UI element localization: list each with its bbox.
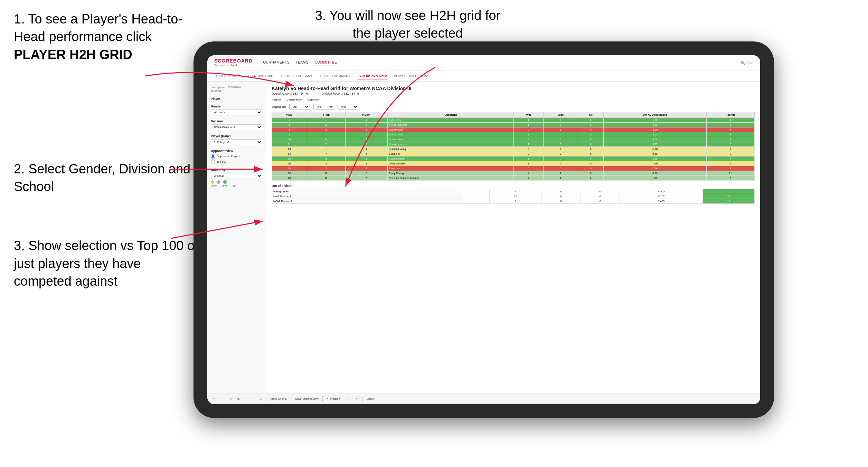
- player-section: Player: [211, 97, 262, 101]
- colour-section: Colour by Win/loss Down Level Up: [211, 168, 262, 187]
- legend-dot-down: [211, 180, 214, 184]
- filter-opponent-group: Opponent: [307, 98, 320, 101]
- filter-opponent-select[interactable]: (All): [338, 104, 358, 110]
- brand-title: SCOREBOARD: [214, 58, 253, 64]
- col-conf: # Conf: [345, 112, 387, 118]
- step1-text: 1. To see a Player's Head-to-Head perfor…: [14, 10, 200, 64]
- sidebar-timestamp: Last Updated: 27/03/2024 16:55:38: [211, 86, 262, 93]
- brand-subtitle: Powered by clippd: [214, 64, 253, 67]
- player-rank-label: Player (Rank): [211, 134, 262, 138]
- toolbar-grid[interactable]: ⊞: [236, 397, 242, 401]
- subnav-player-summary[interactable]: PLAYER SUMMARY: [320, 73, 350, 79]
- nav-teams[interactable]: TEAMS: [296, 59, 309, 66]
- col-opponent: Opponent: [387, 112, 514, 118]
- radio-top100[interactable]: Top 100: [211, 160, 262, 164]
- table-row: Foreign Team 1 0 0 4.500 2: [272, 189, 755, 194]
- filter-conference-select[interactable]: (All): [313, 104, 334, 110]
- nav-committee[interactable]: COMMITTEE: [315, 59, 337, 66]
- toolbar-arrow[interactable]: ⇤: [355, 397, 360, 401]
- subnav: TEAM SUMMARY TEAM H2H GRID TEAM H2H HEAT…: [207, 70, 760, 82]
- navbar: SCOREBOARD Powered by clippd TOURNAMENTS…: [207, 55, 760, 70]
- legend-labels: Down Level Up: [211, 184, 262, 187]
- toolbar-sep5: [362, 396, 363, 402]
- radio-opponents-played[interactable]: Opponents Played: [211, 154, 262, 159]
- division-label: Division: [211, 120, 262, 123]
- division-record: Division Record: 331 - 34 - 6: [322, 92, 359, 95]
- col-rounds: Rounds: [706, 112, 754, 118]
- subnav-player-h2h-grid[interactable]: PLAYER H2H GRID: [357, 73, 387, 79]
- table-row: 19 10 6 Emily Chang 4 1 0 0.30 11: [272, 171, 755, 176]
- table-row: NCAA Division 2 5 0 0 7.400 10: [272, 199, 755, 204]
- toolbar-share[interactable]: Share: [365, 397, 376, 401]
- tablet-screen: SCOREBOARD Powered by clippd TOURNAMENTS…: [207, 55, 760, 404]
- filter-row: Region Conference Opponent: [272, 98, 755, 101]
- instruction-step3-left: 3. Show selection vs Top 100 or just pla…: [14, 237, 200, 290]
- h2h-table: # Div # Reg # Conf Opponent Win Loss Tie…: [272, 112, 755, 181]
- toolbar-save-custom[interactable]: Save Custom View: [293, 397, 320, 401]
- division-select[interactable]: NCAA Division III NCAA Division I: [211, 124, 262, 130]
- toolbar-sep2: [291, 396, 291, 402]
- radio-group: Opponents Played Top 100: [211, 154, 262, 164]
- filter-all-select[interactable]: (All): [289, 104, 310, 110]
- toolbar-clock[interactable]: ◷: [258, 397, 264, 401]
- step3-left-text: 3. Show selection vs Top 100 or just pla…: [14, 237, 200, 290]
- gender-label: Gender: [211, 105, 262, 108]
- subnav-team-h2h-grid[interactable]: TEAM H2H GRID: [248, 73, 273, 79]
- table-row: 16 3 3 Jessica Mason 1 2 0 -0.94 7: [272, 161, 755, 166]
- out-of-division-table: Foreign Team 1 0 0 4.500 2 NAIA Division…: [272, 189, 755, 204]
- table-row: 13 1 1 Jessica Huang 0 0 0 -3.00 2: [272, 147, 755, 152]
- col-diff: Diff Av Strokes/Rnd: [604, 112, 706, 118]
- toolbar-swap[interactable]: ↔: [244, 397, 250, 401]
- toolbar-watch[interactable]: 👁 Watch ▾: [325, 397, 342, 401]
- instructions-left: 1. To see a Player's Head-to-Head perfor…: [0, 0, 214, 310]
- table-row: 10 6 3 Andrea York 2 0 0 4.00 4: [272, 137, 755, 142]
- opponent-view-section: Opponent view Opponents Played Top 100: [211, 149, 262, 164]
- toolbar-back[interactable]: ←: [219, 397, 226, 401]
- toolbar-dot[interactable]: ·: [252, 397, 256, 401]
- records-row: Overall Record: 353 - 34 - 6 Division Re…: [272, 92, 755, 95]
- col-div: # Div: [272, 112, 307, 118]
- tablet-frame: SCOREBOARD Powered by clippd TOURNAMENTS…: [194, 41, 774, 418]
- table-row: 3 1 1 Esther Lee 1 0 0 1.50 4: [272, 118, 755, 123]
- player-rank-section: Player (Rank) 8. Katelyn Vo: [211, 134, 262, 145]
- content-area: Katelyn Vo Head-to-Head Grid for Women's…: [266, 82, 760, 404]
- legend-dots: [211, 180, 262, 184]
- instruction-step1: 1. To see a Player's Head-to-Head perfor…: [14, 10, 200, 64]
- toolbar-view-original[interactable]: View: Original: [268, 397, 289, 401]
- table-row: 20 11 7 Federica Domecq Lacroze 2 1 0 1.…: [272, 176, 755, 181]
- sidebar: Last Updated: 27/03/2024 16:55:38 Player…: [207, 82, 266, 404]
- player-label: Player: [211, 97, 262, 101]
- legend-dot-level: [217, 180, 220, 184]
- nav-tournaments[interactable]: TOURNAMENTS: [261, 59, 290, 66]
- toolbar-redo[interactable]: ↺: [228, 397, 234, 401]
- table-row: 5 2 2 Alexis Sudjianto 1 0 0 4.00 3: [272, 123, 755, 127]
- toolbar-undo[interactable]: ↩: [211, 397, 217, 401]
- subnav-player-h2h-heatmap[interactable]: PLAYER H2H HEATMAP: [394, 73, 431, 79]
- gender-select[interactable]: Women's Men's: [211, 109, 262, 115]
- subnav-team-summary[interactable]: TEAM SUMMARY: [214, 73, 241, 79]
- filter-selects-row: Opponents: (All) (All) (All): [272, 104, 755, 110]
- toolbar-layout[interactable]: ⬚: [346, 397, 352, 401]
- table-row: 9 1 4 Sharon Mun 1 0 0 3.67 3: [272, 132, 755, 137]
- nav-sign-out[interactable]: Sign out: [740, 61, 753, 65]
- h2h-title: Katelyn Vo Head-to-Head Grid for Women's…: [272, 86, 755, 91]
- opponents-label: Opponents:: [272, 105, 286, 108]
- table-row: 18 2 2 Euna Lee 0 0 0 -5.00 2: [272, 166, 755, 171]
- instruction-step2: 2. Select Gender, Division and School: [14, 160, 200, 196]
- table-row: 11 2 5 Heejo Hyun 1 0 0 3.33 3: [272, 142, 755, 147]
- col-loss: Loss: [543, 112, 578, 118]
- division-section: Division NCAA Division III NCAA Division…: [211, 120, 262, 130]
- subnav-team-h2h-heatmap[interactable]: TEAM H2H HEATMAP: [280, 73, 313, 79]
- table-row: 15 8 5 Stella Cheng 1 0 0 1.25 4: [272, 156, 755, 161]
- table-row: 6 3 3 Sydney Kuo 0 1 0 -1.00 4: [272, 127, 755, 132]
- colour-select[interactable]: Win/loss: [211, 173, 262, 179]
- step3-right-text: 3. You will now see H2H grid for the pla…: [311, 7, 504, 42]
- player-rank-select[interactable]: 8. Katelyn Vo: [211, 139, 262, 145]
- brand: SCOREBOARD Powered by clippd: [214, 58, 253, 67]
- legend-dot-up: [223, 180, 227, 184]
- main-content: Last Updated: 27/03/2024 16:55:38 Player…: [207, 82, 760, 404]
- nav-items: TOURNAMENTS TEAMS COMMITTEE: [261, 59, 732, 66]
- instruction-step3-right: 3. You will now see H2H grid for the pla…: [311, 7, 504, 42]
- gender-section: Gender Women's Men's: [211, 105, 262, 115]
- toolbar-sep4: [344, 396, 344, 402]
